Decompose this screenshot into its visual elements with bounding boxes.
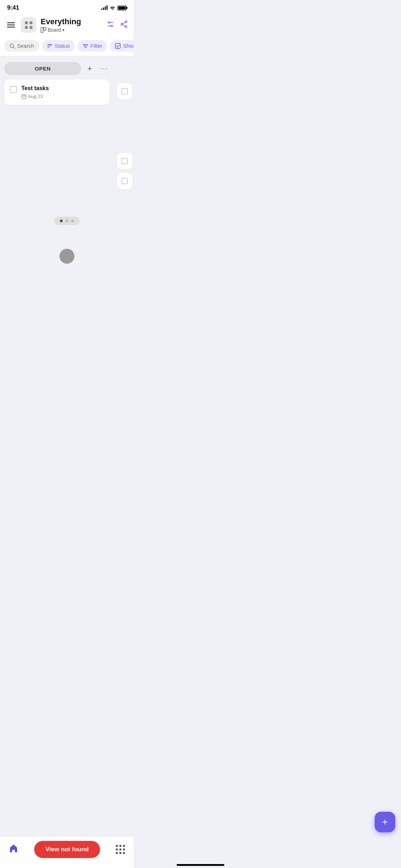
partial-checkbox-2[interactable]	[121, 158, 128, 164]
page-dot-container	[54, 217, 80, 225]
svg-rect-14	[47, 46, 51, 47]
svg-rect-0	[41, 27, 43, 32]
page-dot-3	[71, 219, 74, 222]
column-partial-right	[114, 62, 134, 193]
status-icons	[101, 6, 126, 10]
filter-sliders-icon[interactable]	[106, 20, 114, 30]
toolbar: Search Status Filter Show closed	[0, 37, 134, 56]
filter-label: Filter	[90, 43, 102, 49]
filter-icon	[83, 43, 88, 49]
show-closed-button[interactable]: Show closed	[110, 40, 134, 52]
status-time: 9:41	[7, 4, 19, 11]
menu-icon[interactable]	[6, 21, 16, 29]
signal-icon	[101, 6, 108, 10]
status-button[interactable]: Status	[42, 40, 75, 52]
status-bar: 9:41	[0, 0, 134, 14]
header: Everything Board ▾	[0, 14, 134, 37]
column-open: OPEN + ··· Test tasks Aug	[0, 62, 114, 193]
column-header-open: OPEN + ···	[4, 62, 110, 75]
show-closed-label: Show closed	[123, 43, 134, 49]
calendar-icon	[21, 94, 26, 99]
app-icon	[21, 17, 36, 33]
loading-indicator	[59, 249, 74, 264]
partial-checkbox-3[interactable]	[121, 178, 128, 184]
page-dots	[48, 211, 85, 231]
task-checkbox[interactable]	[10, 86, 17, 93]
svg-rect-13	[47, 44, 52, 45]
svg-rect-20	[22, 95, 26, 99]
page-dot-1	[60, 219, 63, 222]
partial-checkbox-1[interactable]	[121, 88, 128, 94]
share-icon[interactable]	[120, 20, 128, 30]
svg-line-12	[13, 47, 15, 48]
board-label: Board	[48, 27, 61, 33]
svg-rect-15	[47, 47, 50, 48]
search-label: Search	[17, 43, 34, 49]
task-card[interactable]: Test tasks Aug 23	[4, 79, 110, 105]
partial-card-1[interactable]	[117, 83, 132, 99]
task-date-text: Aug 23	[28, 94, 43, 99]
main-content: OPEN + ··· Test tasks Aug	[0, 56, 134, 270]
partial-card-3[interactable]	[117, 173, 132, 189]
header-title-group: Everything Board ▾	[41, 17, 102, 33]
search-icon	[9, 43, 15, 49]
page-title: Everything	[41, 17, 102, 26]
wifi-icon	[110, 6, 115, 10]
column-more-button[interactable]: ···	[98, 63, 110, 74]
board-view-icon	[41, 27, 46, 33]
svg-rect-1	[44, 27, 46, 30]
task-date: Aug 23	[21, 94, 104, 99]
svg-line-10	[123, 25, 125, 26]
status-label: Status	[55, 43, 70, 49]
status-icon	[47, 43, 53, 49]
header-subtitle[interactable]: Board ▾	[41, 27, 102, 33]
column-add-button[interactable]: +	[84, 63, 95, 74]
app-dots-grid	[25, 21, 32, 29]
search-button[interactable]: Search	[4, 40, 39, 52]
header-actions	[106, 20, 128, 30]
task-title: Test tasks	[21, 85, 104, 92]
page-dot-2	[66, 219, 68, 222]
chevron-down-icon: ▾	[62, 27, 64, 32]
partial-card-2[interactable]	[117, 153, 132, 169]
svg-point-3	[108, 21, 110, 23]
column-label-open: OPEN	[4, 62, 81, 75]
svg-line-9	[123, 22, 125, 24]
svg-point-5	[111, 25, 113, 26]
task-content: Test tasks Aug 23	[21, 85, 104, 99]
filter-button[interactable]: Filter	[78, 40, 107, 52]
battery-icon	[118, 6, 126, 10]
show-closed-icon	[115, 43, 121, 49]
board-area: OPEN + ··· Test tasks Aug	[0, 56, 134, 193]
